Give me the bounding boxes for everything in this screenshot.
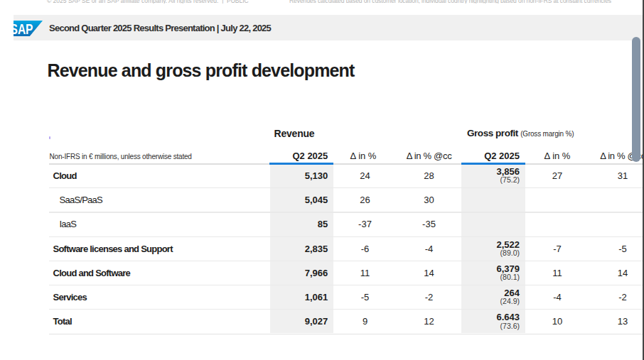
svg-text:SAP: SAP (14, 21, 33, 36)
